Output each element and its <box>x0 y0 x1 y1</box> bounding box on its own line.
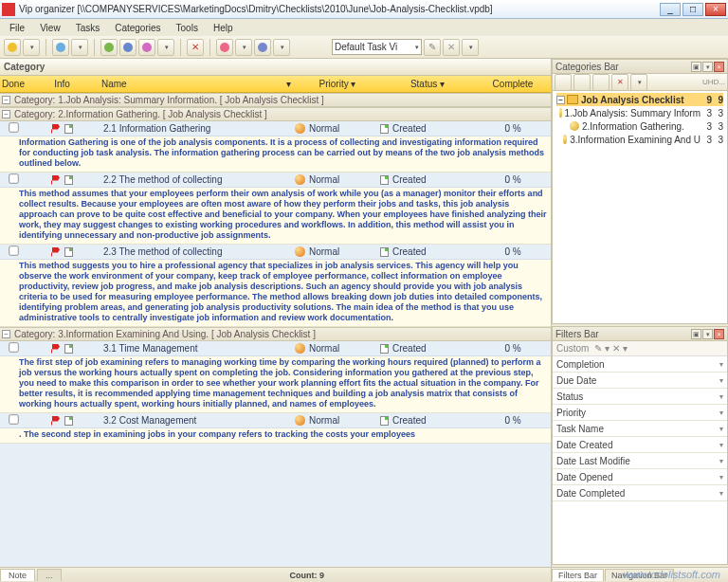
filter-item[interactable]: Date Created▾ <box>553 437 727 453</box>
cat-tb-1[interactable] <box>555 74 572 91</box>
complete-value: 0 % <box>475 174 551 185</box>
filter-label: Date Last Modifie <box>556 456 630 466</box>
done-checkbox[interactable] <box>9 122 18 132</box>
menu-file[interactable]: File <box>4 21 30 35</box>
task-view-combo[interactable]: Default Task Vi ▾ <box>332 39 422 55</box>
menu-categories[interactable]: Categories <box>109 21 166 35</box>
filter-label: Status <box>556 391 583 402</box>
tree-node[interactable]: 3.Information Examining And U33 <box>556 133 723 146</box>
task-grid-panel: Category Done Info Name ▾ Priority ▾ Sta… <box>0 59 552 582</box>
menu-view[interactable]: View <box>34 21 66 35</box>
tree-node[interactable]: 2.Information Gathering.33 <box>556 119 723 133</box>
toolbar-pencil[interactable]: ✎ <box>424 39 441 56</box>
status-value: Created <box>392 343 427 354</box>
toolbar-btn-3[interactable] <box>52 39 69 56</box>
filter-item[interactable]: Due Date▾ <box>553 373 727 389</box>
cat-tb-2[interactable] <box>573 74 591 91</box>
category-bar[interactable]: Category <box>0 59 551 76</box>
group-row[interactable]: −Category: 1.Job Analysis: Summary Infor… <box>0 93 551 107</box>
priority-value: Normal <box>309 246 339 257</box>
toolbar-btn-8-dd[interactable]: ▾ <box>235 39 252 56</box>
cat-tb-3[interactable] <box>592 74 610 91</box>
menu-help[interactable]: Help <box>208 21 239 35</box>
task-row[interactable]: 3.1 Time ManagementNormalCreated0 % <box>0 341 551 356</box>
filter-item[interactable]: Date Opened▾ <box>553 469 727 485</box>
tree-node[interactable]: −Job Analysis Checklist99 <box>556 93 723 106</box>
filter-item[interactable]: Priority▾ <box>553 405 727 421</box>
chevron-down-icon: ▾ <box>719 376 723 385</box>
priority-icon <box>295 343 305 354</box>
tab-note[interactable]: Note <box>0 569 35 581</box>
col-status[interactable]: Status ▾ <box>380 79 475 89</box>
tree-label: 3.Information Examining And U <box>570 135 701 145</box>
toolbar-new-dd[interactable]: ▾ <box>23 39 40 56</box>
done-checkbox[interactable] <box>9 414 18 424</box>
group-row[interactable]: −Category: 2.Information Gathering. [ Jo… <box>0 107 551 121</box>
cat-tb-4[interactable]: ✕ <box>611 74 628 91</box>
toolbar-delete[interactable]: ✕ <box>187 39 204 56</box>
col-priority[interactable]: Priority ▾ <box>295 79 380 89</box>
toolbar-btn-3-dd[interactable]: ▾ <box>71 39 88 56</box>
col-complete[interactable]: Complete <box>475 79 551 89</box>
menu-tools[interactable]: Tools <box>171 21 204 35</box>
expand-icon[interactable]: − <box>2 330 10 338</box>
group-label: Category: 1.Job Analysis: Summary Inform… <box>14 95 324 105</box>
tab-filters-bar[interactable]: Filters Bar <box>552 569 604 581</box>
toolbar-btn-6-dd[interactable]: ▾ <box>157 39 174 56</box>
fpanel-dd-icon[interactable]: ▾ <box>702 329 713 339</box>
filter-item[interactable]: Task Name▾ <box>553 421 727 437</box>
task-row[interactable]: 2.3 The method of collectingNormalCreate… <box>0 245 551 260</box>
col-info[interactable]: Info <box>27 79 98 89</box>
done-checkbox[interactable] <box>9 173 18 183</box>
toolbar-clear[interactable]: ✕ <box>443 39 460 56</box>
filter-custom-row[interactable]: Custom ✎ ▾ ✕ ▾ <box>553 341 727 356</box>
app-icon <box>2 3 15 16</box>
toolbar-btn-10-dd[interactable]: ▾ <box>462 39 479 56</box>
status-icon <box>380 247 389 257</box>
col-name[interactable]: Name ▾ <box>98 79 295 89</box>
toolbar-btn-5[interactable] <box>119 39 136 56</box>
toolbar: ▾ ▾ ▾ ✕ ▾ ▾ Default Task Vi ▾ ✎ ✕ ▾ <box>0 36 728 59</box>
panel-dd-icon[interactable]: ▾ <box>702 62 713 72</box>
toolbar-btn-4[interactable] <box>100 39 118 56</box>
toolbar-btn-9[interactable] <box>254 39 271 56</box>
status-icon <box>380 175 389 185</box>
minimize-button[interactable]: _ <box>660 3 681 16</box>
col-done[interactable]: Done <box>0 79 27 89</box>
filter-item[interactable]: Status▾ <box>553 389 727 405</box>
flag-icon <box>51 344 61 354</box>
priority-icon <box>295 174 305 185</box>
complete-value: 0 % <box>475 415 551 426</box>
expand-icon[interactable]: − <box>2 96 10 104</box>
tree-label: 1.Job Analysis: Summary Inform <box>565 108 701 118</box>
panel-pin-icon[interactable]: ▣ <box>691 62 701 72</box>
cat-tb-5[interactable]: ▾ <box>630 74 647 91</box>
filter-item[interactable]: Date Completed▾ <box>553 485 727 501</box>
toolbar-btn-6[interactable] <box>138 39 155 56</box>
expand-icon[interactable]: − <box>2 110 10 118</box>
fpanel-pin-icon[interactable]: ▣ <box>691 329 701 339</box>
filter-item[interactable]: Completion▾ <box>553 356 727 373</box>
filter-item[interactable]: Date Last Modifie▾ <box>553 453 727 469</box>
done-checkbox[interactable] <box>9 246 18 255</box>
tab-more[interactable]: ... <box>37 569 62 581</box>
task-row[interactable]: 3.2 Cost ManagementNormalCreated0 % <box>0 413 551 428</box>
maximize-button[interactable]: □ <box>682 3 703 16</box>
task-row[interactable]: 2.2 The method of collectingNormalCreate… <box>0 173 551 188</box>
menu-tasks[interactable]: Tasks <box>70 21 106 35</box>
task-row[interactable]: 2.1 Information GatheringNormalCreated0 … <box>0 121 551 136</box>
priority-value: Normal <box>309 415 339 426</box>
group-row[interactable]: −Category: 3.Information Examining And U… <box>0 327 551 341</box>
tree-expand-icon[interactable]: − <box>556 96 565 104</box>
tree-node[interactable]: 1.Job Analysis: Summary Inform33 <box>556 106 723 119</box>
done-checkbox[interactable] <box>9 342 18 352</box>
toolbar-new[interactable] <box>4 39 21 56</box>
task-description: This method assumes that your employees … <box>0 188 551 245</box>
toolbar-btn-8[interactable] <box>216 39 233 56</box>
toolbar-btn-9-dd[interactable]: ▾ <box>273 39 290 56</box>
panel-close-icon[interactable]: × <box>714 62 724 72</box>
close-button[interactable]: × <box>705 3 726 16</box>
filter-custom-label: Custom <box>556 343 589 354</box>
fpanel-close-icon[interactable]: × <box>714 329 724 339</box>
category-tree[interactable]: −Job Analysis Checklist991.Job Analysis:… <box>553 91 727 323</box>
